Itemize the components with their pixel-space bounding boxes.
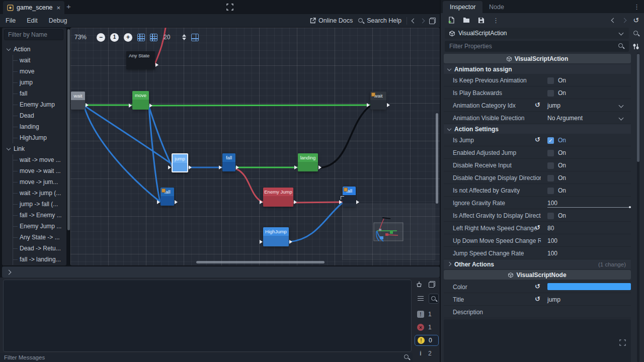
property-number[interactable]: 80: [547, 225, 554, 232]
sidebar-item-enemy-jump[interactable]: Enemy Jump: [13, 99, 62, 110]
property-checkbox[interactable]: ✓On: [547, 137, 566, 144]
revert-icon[interactable]: ↺: [535, 283, 540, 290]
node-port-in[interactable]: [168, 165, 171, 169]
zoom-reset-button[interactable]: 1: [110, 33, 119, 42]
sidebar-item-wait[interactable]: wait: [13, 55, 62, 66]
graph-node-fall[interactable]: fall: [160, 188, 174, 206]
property-dropdown[interactable]: jump: [547, 102, 560, 109]
copy-log-icon[interactable]: [429, 281, 435, 288]
node-port-out[interactable]: [289, 240, 292, 244]
zoom-out-button[interactable]: −: [97, 33, 105, 42]
filter-messages-input[interactable]: [0, 353, 413, 362]
load-resource-icon[interactable]: [463, 17, 470, 23]
description-textarea[interactable]: [444, 319, 631, 362]
slider-knob[interactable]: [629, 206, 631, 208]
graph-node-landing[interactable]: landing: [298, 153, 318, 171]
bottom-expand-strip[interactable]: [2, 266, 440, 278]
node-port-out[interactable]: [155, 63, 158, 67]
property-tools-icon[interactable]: [631, 41, 641, 51]
property-number[interactable]: 100: [547, 250, 557, 257]
menu-file[interactable]: File: [0, 17, 21, 24]
menu-edit[interactable]: Edit: [21, 17, 43, 24]
tree-section-link[interactable]: Link: [2, 143, 62, 154]
tree-section-action[interactable]: Action: [2, 44, 62, 55]
sidebar-item-move-wait[interactable]: move -> wait ...: [13, 165, 62, 176]
revert-icon[interactable]: ↺: [535, 295, 540, 303]
node-port-in[interactable]: [129, 104, 132, 108]
node-port-in[interactable]: [367, 103, 370, 107]
sidebar-item-jump[interactable]: jump: [13, 77, 62, 88]
property-text[interactable]: jump: [547, 296, 560, 303]
graph-edge[interactable]: [149, 105, 371, 106]
expand-description-icon[interactable]: [619, 339, 626, 346]
graph-canvas[interactable]: 73% − 1 + 20 Any Statewaitmovejumpfallla…: [70, 28, 440, 265]
graph-edge[interactable]: [294, 202, 342, 203]
sidebar-item-highjump[interactable]: HighJump: [13, 132, 62, 143]
graph-vscrollbar[interactable]: [436, 113, 438, 204]
history-forward-icon[interactable]: [420, 18, 425, 23]
property-number[interactable]: 100: [547, 237, 557, 244]
search-toggle-icon[interactable]: [429, 294, 439, 304]
sidebar-item-dead-retu[interactable]: Dead -> Retu...: [13, 243, 62, 254]
node-port-out[interactable]: [175, 200, 178, 204]
clear-log-icon[interactable]: [416, 281, 423, 288]
graph-node-wait[interactable]: wait: [370, 92, 386, 110]
graph-node-wait[interactable]: wait: [71, 92, 85, 110]
graph-edge[interactable]: [236, 169, 263, 202]
search-messages-icon[interactable]: [404, 354, 410, 360]
property-checkbox[interactable]: On: [547, 77, 566, 84]
tab-game-scene[interactable]: game_scene ×: [3, 1, 64, 14]
new-resource-icon[interactable]: [448, 17, 455, 24]
color-swatch[interactable]: [547, 283, 631, 290]
revert-icon[interactable]: ↺: [535, 136, 540, 143]
sidebar-item-move-jum[interactable]: move -> jum...: [13, 176, 62, 188]
graph-node-enemy-jump[interactable]: Enemy Jump: [263, 188, 293, 207]
property-number[interactable]: 100: [547, 200, 557, 207]
inspector-scrollbar[interactable]: [637, 53, 639, 362]
section-action-settings[interactable]: Action Settings: [444, 124, 631, 134]
node-port-out[interactable]: [294, 200, 297, 204]
zoom-in-button[interactable]: +: [124, 33, 132, 42]
property-checkbox[interactable]: On: [547, 89, 566, 97]
sidebar-item-any-state[interactable]: Any State -> ...: [13, 232, 62, 243]
sidebar-item-dead[interactable]: Dead: [13, 110, 62, 121]
sidebar-item-jump-fall[interactable]: jump -> fall (...: [13, 199, 62, 210]
tab-inspector[interactable]: Inspector: [443, 1, 482, 13]
revert-icon[interactable]: ↺: [535, 224, 540, 231]
snap-step-value[interactable]: 20: [164, 34, 170, 41]
close-icon[interactable]: ×: [57, 4, 61, 12]
graph-edge[interactable]: [149, 107, 172, 166]
sidebar-item-fall-landing[interactable]: fall -> landing...: [13, 254, 62, 265]
menu-debug[interactable]: Debug: [43, 17, 73, 24]
node-port-out[interactable]: [318, 165, 321, 169]
inspector-back-icon[interactable]: [611, 18, 616, 23]
revert-icon[interactable]: ↺: [535, 101, 540, 109]
new-tab-button[interactable]: +: [66, 2, 71, 11]
property-checkbox[interactable]: On: [547, 174, 566, 182]
graph-edge[interactable]: [84, 106, 172, 164]
filter-warning-button[interactable]: !0: [415, 335, 439, 346]
graph-edge[interactable]: [84, 106, 160, 202]
message-log-area[interactable]: [3, 280, 412, 352]
section-other-actions[interactable]: Other Actions(1 change): [444, 259, 631, 269]
filter-properties-input[interactable]: [445, 41, 629, 52]
node-port-out[interactable]: [236, 165, 239, 169]
sidebar-item-fall-enemy[interactable]: fall -> Enemy ...: [13, 210, 62, 221]
property-dropdown[interactable]: No Argument: [547, 115, 583, 122]
toggle-grid-icon[interactable]: [150, 34, 157, 41]
snap-step-spinner[interactable]: [182, 34, 186, 40]
graph-edge[interactable]: [318, 106, 370, 168]
node-port-out[interactable]: [387, 103, 390, 107]
node-port-in[interactable]: [157, 200, 160, 204]
node-port-in[interactable]: [294, 165, 297, 169]
tab-node[interactable]: Node: [482, 1, 511, 13]
sidebar-item-enemy-jump[interactable]: Enemy Jump ...: [13, 221, 62, 232]
node-port-out[interactable]: [149, 104, 152, 108]
slider-track[interactable]: [547, 207, 631, 208]
property-checkbox[interactable]: On: [547, 162, 566, 169]
graph-node-any-state[interactable]: Any State: [126, 51, 155, 69]
doc-search-icon[interactable]: [631, 28, 641, 38]
graph-node-jump[interactable]: jump: [172, 153, 188, 172]
search-help-button[interactable]: Search Help: [358, 17, 401, 24]
history-back-icon[interactable]: [412, 18, 417, 23]
